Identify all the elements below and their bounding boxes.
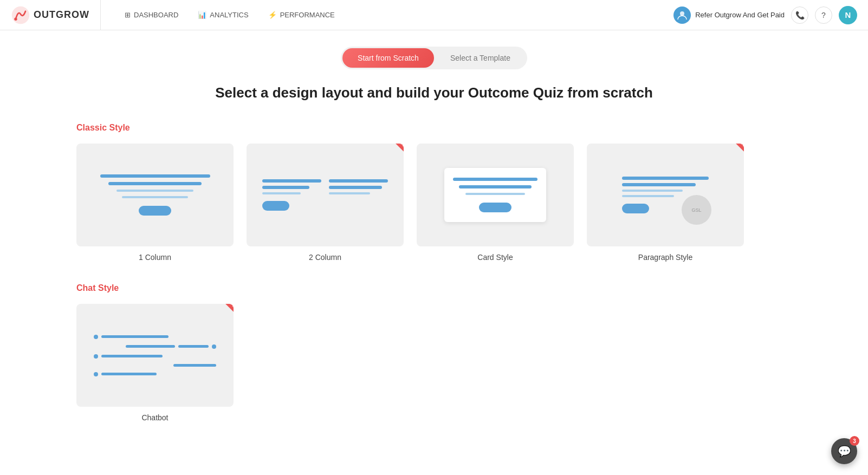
- chat-dot-3: [94, 354, 98, 359]
- chat-style-section: Chat Style Standard +: [76, 283, 792, 422]
- ribbon-para: Standard +: [714, 144, 744, 156]
- mock-card-inner: [444, 168, 547, 222]
- svg-point-1: [14, 17, 17, 20]
- help-icon: ?: [821, 11, 826, 19]
- layout-card-card[interactable]: Card Style: [417, 144, 574, 262]
- mock-2col: [262, 179, 388, 211]
- layout-card-chatbot[interactable]: Standard +: [76, 304, 234, 422]
- page-title: Select a design layout and build your Ou…: [76, 84, 792, 101]
- chat-dot-2: [212, 344, 216, 349]
- layout-card-2col[interactable]: Standard +: [247, 144, 404, 262]
- nav-dashboard[interactable]: ⊞ DASHBOARD: [117, 8, 186, 22]
- card-label-2col: 2 Column: [309, 253, 341, 262]
- chat-dot-1: [94, 335, 98, 339]
- mock-1col: [100, 174, 210, 216]
- chat-support-button[interactable]: 💬 3: [831, 438, 857, 460]
- para-circle-overlay: GSL: [682, 195, 711, 225]
- card-label-card: Card Style: [477, 253, 513, 262]
- nav-performance[interactable]: ⚡ PERFORMANCE: [261, 8, 342, 22]
- refer-avatar-icon: [673, 6, 691, 24]
- navbar: OUTGROW ⊞ DASHBOARD 📊 ANALYTICS ⚡ PERFOR…: [0, 0, 868, 30]
- refer-button[interactable]: Refer Outgrow And Get Paid: [673, 6, 785, 24]
- card-label-para: Paragraph Style: [638, 253, 692, 262]
- card-label-1col: 1 Column: [139, 253, 171, 262]
- card-preview-2col: Standard +: [247, 144, 404, 246]
- tab-toggle: Start from Scratch Select a Template: [76, 47, 792, 69]
- card-preview-para: Standard + GSL: [587, 144, 744, 246]
- chat-support-icon: 💬: [838, 445, 851, 458]
- dashboard-icon: ⊞: [125, 11, 131, 19]
- phone-icon: 📞: [795, 11, 805, 19]
- card-label-chatbot: Chatbot: [141, 413, 168, 422]
- card-preview-card: [417, 144, 574, 246]
- user-avatar[interactable]: N: [839, 6, 857, 24]
- classic-style-title: Classic Style: [76, 123, 792, 133]
- mock-chat: [94, 335, 216, 376]
- outgrow-logo-icon: [11, 5, 30, 25]
- main-content: Start from Scratch Select a Template Sel…: [55, 30, 813, 460]
- toggle-container: Start from Scratch Select a Template: [341, 47, 527, 69]
- start-from-scratch-tab[interactable]: Start from Scratch: [342, 48, 434, 68]
- chat-support-badge: 3: [850, 436, 859, 446]
- svg-point-2: [680, 11, 684, 16]
- nav-analytics[interactable]: 📊 ANALYTICS: [190, 8, 256, 22]
- logo-text: OUTGROW: [34, 9, 89, 21]
- chat-cards-grid: Standard +: [76, 304, 792, 422]
- ribbon-2col: Standard +: [374, 144, 404, 156]
- chat-style-title: Chat Style: [76, 283, 792, 293]
- card-preview-1col: [76, 144, 234, 246]
- ribbon-chatbot: Standard +: [204, 304, 234, 316]
- navbar-right: Refer Outgrow And Get Paid 📞 ? N: [673, 6, 857, 24]
- help-button[interactable]: ?: [815, 6, 832, 24]
- classic-cards-grid: 1 Column Standard +: [76, 144, 792, 262]
- performance-icon: ⚡: [268, 11, 277, 19]
- nav-links: ⊞ DASHBOARD 📊 ANALYTICS ⚡ PERFORMANCE: [117, 8, 673, 22]
- analytics-icon: 📊: [198, 11, 206, 19]
- chat-dot-4: [94, 372, 98, 376]
- layout-card-para[interactable]: Standard + GSL Paragraph Style: [587, 144, 744, 262]
- phone-button[interactable]: 📞: [791, 6, 808, 24]
- classic-style-section: Classic Style 1 Column Sta: [76, 123, 792, 262]
- card-preview-chatbot: Standard +: [76, 304, 234, 407]
- select-template-tab[interactable]: Select a Template: [435, 48, 526, 68]
- logo[interactable]: OUTGROW: [11, 0, 101, 30]
- layout-card-1col[interactable]: 1 Column: [76, 144, 234, 262]
